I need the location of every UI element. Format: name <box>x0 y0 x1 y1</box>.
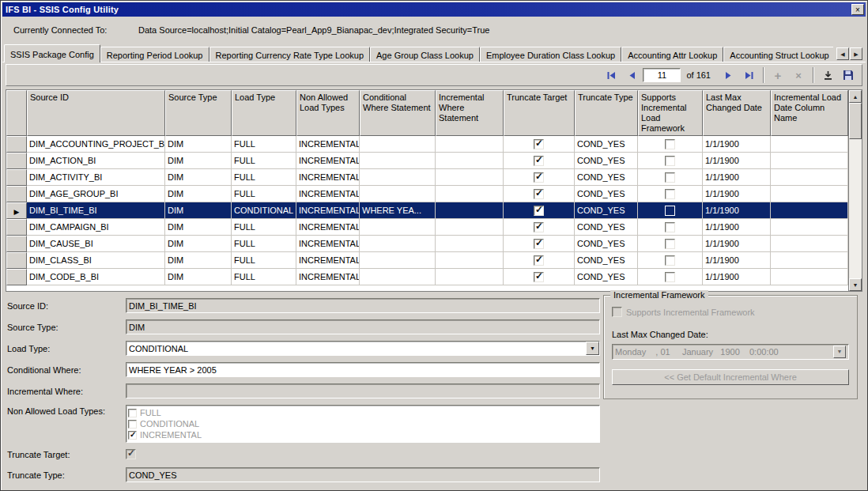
cell-truncate-target[interactable] <box>504 169 575 186</box>
truncate-target-checkbox[interactable] <box>534 272 544 282</box>
truncate-target-checkbox[interactable] <box>534 189 544 199</box>
cell-supports-incremental-load-framework[interactable] <box>638 236 703 252</box>
cell-truncate-target[interactable] <box>504 136 575 153</box>
truncate-target-checkbox[interactable] <box>534 172 544 183</box>
cell-load-type[interactable]: FULL <box>232 236 296 252</box>
source-id-field[interactable] <box>126 298 600 313</box>
record-position-input[interactable] <box>643 68 681 82</box>
row-selector-cell[interactable] <box>6 136 27 153</box>
table-row[interactable]: DIM_CAMPAIGN_BIDIMFULLINCREMENTALCOND_YE… <box>6 219 848 236</box>
last-max-date-picker[interactable]: Monday , 01 January 1900 0:00:00 ▼ <box>612 344 849 360</box>
cell-load-type[interactable]: FULL <box>232 169 296 186</box>
cell-non-allowed-load-types[interactable]: INCREMENTAL <box>296 236 360 252</box>
cell-conditional-where-statement[interactable] <box>360 269 436 285</box>
move-first-button[interactable] <box>602 66 621 84</box>
cell-truncate-target[interactable] <box>504 252 575 269</box>
cell-source-id[interactable]: DIM_AGE_GROUP_BI <box>27 186 165 202</box>
cell-last-max-changed-date[interactable]: 1/1/1900 <box>703 219 771 236</box>
cell-conditional-where-statement[interactable] <box>360 153 436 169</box>
row-selector-cell[interactable] <box>6 153 27 169</box>
cell-load-type[interactable]: FULL <box>232 186 296 202</box>
cell-truncate-type[interactable]: COND_YES <box>575 269 638 285</box>
cell-supports-incremental-load-framework[interactable] <box>638 269 703 285</box>
non-allowed-listbox[interactable]: FULLCONDITIONALINCREMENTAL <box>126 405 600 443</box>
cell-non-allowed-load-types[interactable]: INCREMENTAL <box>296 202 360 219</box>
cell-last-max-changed-date[interactable]: 1/1/1900 <box>703 252 771 269</box>
cell-source-id[interactable]: DIM_CODE_B_BI <box>27 269 165 285</box>
cell-source-id[interactable]: DIM_ACCOUNTING_PROJECT_BI <box>27 136 165 153</box>
table-row[interactable]: DIM_CAUSE_BIDIMFULLINCREMENTALCOND_YES1/… <box>6 236 848 252</box>
supports-incremental-checkbox[interactable] <box>612 307 622 317</box>
move-last-button[interactable] <box>739 66 758 84</box>
table-row[interactable]: DIM_AGE_GROUP_BIDIMFULLINCREMENTALCOND_Y… <box>6 186 848 202</box>
cell-conditional-where-statement[interactable]: WHERE YEA... <box>360 202 436 219</box>
column-header-load-type[interactable]: Load Type <box>232 90 296 136</box>
cell-incremental-where-statement[interactable] <box>436 136 504 153</box>
cell-source-type[interactable]: DIM <box>165 252 232 269</box>
row-selector-cell[interactable] <box>6 236 27 252</box>
cell-supports-incremental-load-framework[interactable] <box>638 186 703 202</box>
cell-truncate-type[interactable]: COND_YES <box>575 136 638 153</box>
cell-non-allowed-load-types[interactable]: INCREMENTAL <box>296 186 360 202</box>
source-type-field[interactable] <box>126 319 600 334</box>
cell-incremental-where-statement[interactable] <box>436 252 504 269</box>
get-default-incremental-where-button[interactable]: << Get Default Incremental Where <box>612 369 849 385</box>
tab-accounting-attr-lookup[interactable]: Accounting Attr Lookup <box>621 47 723 62</box>
row-selector-cell[interactable] <box>6 252 27 269</box>
cell-source-type[interactable]: DIM <box>165 219 232 236</box>
add-record-button[interactable]: + <box>768 66 787 84</box>
listbox-item-full[interactable]: FULL <box>127 407 598 418</box>
cell-truncate-type[interactable]: COND_YES <box>575 219 638 236</box>
cell-conditional-where-statement[interactable] <box>360 169 436 186</box>
cell-source-id[interactable]: DIM_BI_TIME_BI <box>27 202 165 219</box>
column-header-source-id[interactable]: Source ID <box>27 90 165 136</box>
cell-supports-incremental-load-framework[interactable] <box>638 219 703 236</box>
row-selector-cell[interactable] <box>6 186 27 202</box>
listbox-item-incremental[interactable]: INCREMENTAL <box>127 429 598 440</box>
truncate-target-checkbox[interactable] <box>534 239 544 249</box>
cell-source-type[interactable]: DIM <box>165 186 232 202</box>
cell-last-max-changed-date[interactable]: 1/1/1900 <box>703 236 771 252</box>
cell-incremental-where-statement[interactable] <box>436 219 504 236</box>
tab-reporting-period-lookup[interactable]: Reporting Period Lookup <box>100 47 209 62</box>
conditional-checkbox[interactable] <box>128 420 137 429</box>
cell-supports-incremental-load-framework[interactable] <box>638 202 703 219</box>
cell-truncate-target[interactable] <box>504 153 575 169</box>
move-previous-button[interactable] <box>622 66 641 84</box>
cell-load-type[interactable]: FULL <box>232 219 296 236</box>
incremental-checkbox[interactable] <box>128 431 137 440</box>
cell-source-type[interactable]: DIM <box>165 153 232 169</box>
cell-incremental-load-date-column-name[interactable] <box>771 169 848 186</box>
table-row[interactable]: DIM_ACCOUNTING_PROJECT_BIDIMFULLINCREMEN… <box>6 136 848 153</box>
cell-non-allowed-load-types[interactable]: INCREMENTAL <box>296 153 360 169</box>
scrollbar-track[interactable] <box>849 139 862 278</box>
cell-truncate-target[interactable] <box>504 269 575 285</box>
truncate-type-field[interactable] <box>126 467 600 482</box>
grid-vertical-scrollbar[interactable]: ▲ ▼ <box>848 90 862 291</box>
cell-truncate-type[interactable]: COND_YES <box>575 153 638 169</box>
cell-source-type[interactable]: DIM <box>165 236 232 252</box>
supports-incremental-load-framework-checkbox[interactable] <box>665 255 675 266</box>
cell-conditional-where-statement[interactable] <box>360 186 436 202</box>
cell-last-max-changed-date[interactable]: 1/1/1900 <box>703 269 771 285</box>
cell-non-allowed-load-types[interactable]: INCREMENTAL <box>296 269 360 285</box>
tab-accounting-struct-lookup[interactable]: Accounting Struct Lookup <box>723 47 833 62</box>
export-button[interactable] <box>818 66 837 84</box>
column-header-supports-incremental-load-framework[interactable]: Supports Incremental Load Framework <box>638 90 703 136</box>
cell-truncate-target[interactable] <box>504 236 575 252</box>
cell-conditional-where-statement[interactable] <box>360 236 436 252</box>
cell-incremental-load-date-column-name[interactable] <box>771 186 848 202</box>
column-header-conditional-where-statement[interactable]: Conditional Where Statement <box>360 90 436 136</box>
cell-truncate-target[interactable] <box>504 219 575 236</box>
cell-supports-incremental-load-framework[interactable] <box>638 153 703 169</box>
tab-employee-duration-class-lookup[interactable]: Employee Duration Class Lookup <box>480 47 621 62</box>
supports-incremental-load-framework-checkbox[interactable] <box>665 206 675 216</box>
cell-source-type[interactable]: DIM <box>165 169 232 186</box>
cell-incremental-load-date-column-name[interactable] <box>771 219 848 236</box>
row-selector-cell[interactable] <box>6 219 27 236</box>
scroll-up-button[interactable]: ▲ <box>849 90 862 103</box>
incremental-where-field[interactable] <box>126 383 600 398</box>
column-header-non-allowed-load-types[interactable]: Non Allowed Load Types <box>296 90 360 136</box>
cell-source-id[interactable]: DIM_ACTION_BI <box>27 153 165 169</box>
cell-supports-incremental-load-framework[interactable] <box>638 136 703 153</box>
